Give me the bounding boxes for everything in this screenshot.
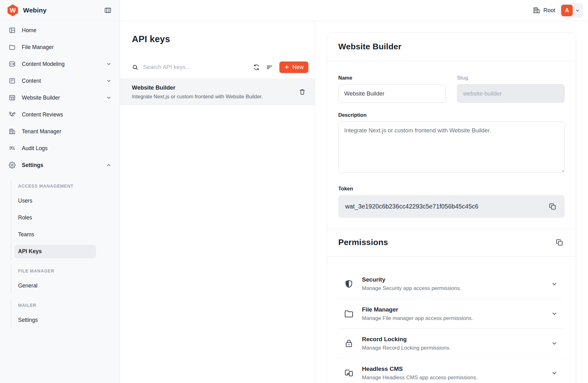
sidebar-item-general[interactable]: General xyxy=(11,277,120,294)
building-icon xyxy=(533,7,540,14)
permissions-title: Permissions xyxy=(338,238,388,247)
permissions-list: Security Manage Security app access perm… xyxy=(327,256,576,383)
chevron-up-icon xyxy=(106,162,112,168)
search-icon xyxy=(132,64,138,71)
devices-icon xyxy=(344,368,354,378)
sidebar-item-tenant-manager[interactable]: Tenant Manager xyxy=(0,123,120,140)
sort-button[interactable] xyxy=(264,62,275,72)
api-keys-list: Website Builder Integrate Next.js or cus… xyxy=(120,79,315,105)
new-api-key-button[interactable]: New xyxy=(279,61,308,73)
chevron-down-icon xyxy=(106,95,112,101)
sidebar-header: W Webiny xyxy=(0,0,120,21)
home-icon xyxy=(9,27,16,34)
sidebar-item-file-manager[interactable]: File Manager xyxy=(0,39,120,56)
sidebar-item-api-keys[interactable]: API Keys xyxy=(11,243,120,260)
lock-icon xyxy=(344,338,354,348)
copy-token-button[interactable] xyxy=(547,201,558,212)
avatar: A xyxy=(561,5,573,16)
webiny-logo-icon: W xyxy=(7,4,19,16)
permission-name: Headless CMS xyxy=(362,366,477,372)
token-field-group: Token wat_3e1920c6b236cc42293c5e71f056b4… xyxy=(338,186,565,228)
detail-header: Website Builder xyxy=(327,32,576,61)
sidebar-item-label: Users xyxy=(14,194,96,208)
sidebar-item-content-modeling[interactable]: Content Modeling xyxy=(0,56,120,72)
permission-texts: Headless CMS Manage Headless CMS app acc… xyxy=(362,366,477,381)
app-layout: W Webiny Home File Manager Content Model… xyxy=(0,0,588,383)
search-row: New xyxy=(132,61,308,73)
chevron-down-icon xyxy=(551,340,558,347)
permission-texts: File Manager Manage File manager app acc… xyxy=(362,306,473,322)
delete-api-key-button[interactable] xyxy=(297,87,307,97)
content-modeling-icon xyxy=(9,61,16,67)
sidebar-item-website-builder[interactable]: Website Builder xyxy=(0,89,120,106)
sidebar-item-label: Website Builder xyxy=(22,95,60,101)
permission-row-record-locking[interactable]: Record Locking Manage Record Locking per… xyxy=(338,328,565,358)
copy-permissions-button[interactable] xyxy=(554,237,565,248)
permission-name: File Manager xyxy=(362,306,473,313)
sidebar-nav: Home File Manager Content Modeling Conte… xyxy=(0,21,120,328)
sidebar-item-teams[interactable]: Teams xyxy=(11,226,120,243)
section-label-access-management: ACCESS MANAGEMENT xyxy=(11,180,120,192)
detail-form: Name Slug Description Integrate Next.js … xyxy=(327,61,576,228)
permission-texts: Security Manage Security app access perm… xyxy=(362,276,461,292)
permission-texts: Record Locking Manage Record Locking per… xyxy=(362,336,451,351)
token-value: wat_3e1920c6b236cc42293c5e71f056b45c45c6 xyxy=(345,203,547,210)
permission-row-headless-cms[interactable]: Headless CMS Manage Headless CMS app acc… xyxy=(338,358,565,383)
permission-description: Manage File manager app access permissio… xyxy=(362,315,473,322)
name-slug-row: Name Slug xyxy=(338,75,565,103)
slug-field-group: Slug xyxy=(457,75,565,103)
user-menu-button[interactable]: A xyxy=(560,3,583,18)
sidebar-item-roles[interactable]: Roles xyxy=(11,209,120,226)
api-key-name: Website Builder xyxy=(132,84,263,91)
permission-name: Record Locking xyxy=(362,336,451,343)
main-area: Root A API keys xyxy=(120,0,588,383)
detail-title: Website Builder xyxy=(338,42,565,52)
folder-icon xyxy=(344,309,354,319)
sidebar-item-content[interactable]: Content xyxy=(0,72,120,89)
list-item[interactable]: Website Builder Integrate Next.js or cus… xyxy=(120,79,315,105)
refresh-button[interactable] xyxy=(251,62,262,72)
chevron-down-icon xyxy=(551,281,558,287)
sidebar-item-home[interactable]: Home xyxy=(0,22,120,39)
panel-toggle-icon xyxy=(104,7,112,14)
sidebar-item-label: General xyxy=(14,279,96,292)
token-label: Token xyxy=(338,186,565,192)
api-key-description: Integrate Next.js or custom frontend wit… xyxy=(132,94,263,100)
name-field[interactable] xyxy=(338,84,446,103)
sidebar-item-content-reviews[interactable]: Content Reviews xyxy=(0,106,120,123)
detail-pane: Website Builder Name Slug xyxy=(315,21,588,383)
api-key-detail-card: Website Builder Name Slug xyxy=(327,32,576,383)
sidebar-item-label: Home xyxy=(22,27,36,34)
sidebar-item-settings[interactable]: Settings xyxy=(0,157,120,174)
description-field[interactable]: Integrate Next.js or custom frontend wit… xyxy=(338,121,565,173)
permission-description: Manage Security app access permissions. xyxy=(362,285,461,292)
chevron-down-icon xyxy=(575,8,580,13)
list-item-texts: Website Builder Integrate Next.js or cus… xyxy=(132,84,263,100)
sidebar-collapse-button[interactable] xyxy=(103,5,113,15)
tenant-label: Root xyxy=(543,7,555,14)
content-row: API keys New xyxy=(120,21,588,383)
plus-icon xyxy=(284,64,290,70)
new-button-label: New xyxy=(292,64,304,71)
chevron-down-icon xyxy=(551,310,558,317)
slug-label: Slug xyxy=(457,75,565,81)
api-keys-list-panel: API keys New xyxy=(120,21,315,383)
gear-icon xyxy=(9,162,16,169)
sidebar-item-label: File Manager xyxy=(22,44,54,51)
table-icon xyxy=(9,94,16,101)
sidebar-item-users[interactable]: Users xyxy=(11,192,120,209)
permission-description: Manage Headless CMS app access permissio… xyxy=(362,375,477,381)
chevron-down-icon xyxy=(106,61,112,67)
tenant-selector[interactable]: Root xyxy=(533,7,555,14)
sidebar-item-audit-logs[interactable]: Audit Logs xyxy=(0,140,120,157)
permission-row-file-manager[interactable]: File Manager Manage File manager app acc… xyxy=(338,299,565,328)
trash-icon xyxy=(299,88,306,96)
chevron-down-icon xyxy=(551,370,558,376)
description-field-group: Description Integrate Next.js or custom … xyxy=(338,112,565,174)
search-input[interactable] xyxy=(142,63,248,71)
sidebar-item-mailer-settings[interactable]: Settings xyxy=(11,312,120,328)
list-search-icon xyxy=(9,145,16,152)
name-label: Name xyxy=(338,75,446,81)
permission-row-security[interactable]: Security Manage Security app access perm… xyxy=(338,269,565,299)
sidebar-item-label: Settings xyxy=(14,313,96,327)
